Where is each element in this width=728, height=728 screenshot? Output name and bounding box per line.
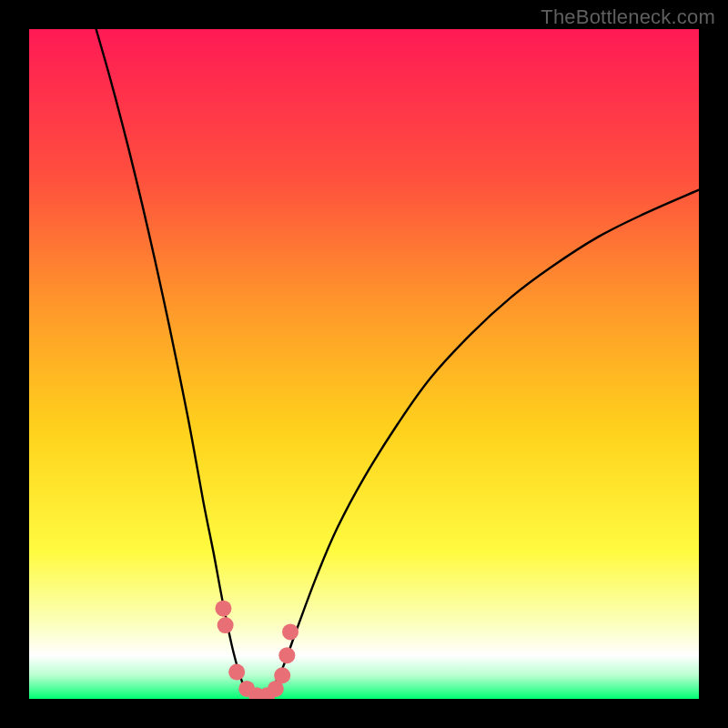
data-marker	[217, 617, 234, 633]
data-marker	[278, 647, 295, 663]
outer-frame: TheBottleneck.com	[0, 0, 728, 728]
watermark-text: TheBottleneck.com	[541, 5, 715, 29]
gradient-background	[29, 29, 699, 699]
plot-area	[29, 29, 699, 699]
data-marker	[215, 601, 231, 617]
data-marker	[274, 667, 290, 683]
data-marker	[228, 664, 245, 681]
chart-svg	[29, 29, 699, 699]
data-marker	[282, 623, 298, 640]
